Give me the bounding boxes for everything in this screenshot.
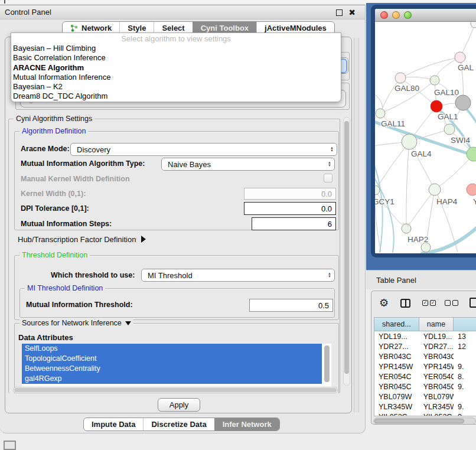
bottom-tab-discretize-data[interactable]: Discretize Data xyxy=(143,418,214,431)
mi-steps-field[interactable]: 6 xyxy=(252,217,336,230)
bottom-tab-impute-data[interactable]: Impute Data xyxy=(84,418,143,431)
float-window-icon[interactable] xyxy=(336,9,343,16)
table-row[interactable]: YBR043CYBR043C xyxy=(374,351,476,361)
close-icon[interactable]: ✖ xyxy=(348,8,356,18)
network-view-window[interactable]: GALGAL80GAL10GAL1GAL11SWI4GAL4GCY1HAP4YH… xyxy=(371,5,476,257)
network-node[interactable] xyxy=(429,184,441,195)
sources-title[interactable]: Sources for Network Inference xyxy=(19,319,133,327)
network-edge xyxy=(435,154,474,190)
network-node[interactable] xyxy=(455,95,471,110)
network-node[interactable] xyxy=(467,184,476,195)
table-row[interactable]: YBR045CYBR045C9. xyxy=(374,381,476,392)
hub-definition-expander[interactable]: Hub/Transcription Factor Definition xyxy=(18,234,146,244)
control-panel-title: Control Panel xyxy=(5,8,51,17)
dpi-tolerance-field[interactable]: 0.0 xyxy=(244,202,336,215)
kernel-width-label: Kernel Width (0,1): xyxy=(21,190,86,198)
network-node[interactable] xyxy=(402,224,411,233)
algorithm-option[interactable]: Dream8 DC_TDC Algorithm xyxy=(11,92,341,101)
network-node-label: HAP2 xyxy=(407,235,428,244)
table-cell: YIL052C xyxy=(419,413,454,417)
table-row[interactable]: YLR345WYLR345W9. xyxy=(374,402,476,412)
settings-scrollbar-thumb[interactable] xyxy=(344,121,349,374)
mi-threshold-field[interactable]: 0.5 xyxy=(249,299,333,312)
bottom-tab-infer-network[interactable]: Infer Network xyxy=(214,418,279,431)
table-column-header[interactable]: name xyxy=(419,318,454,331)
network-node[interactable] xyxy=(395,73,406,83)
mi-type-combobox[interactable]: Naive Bayes ▲▼ xyxy=(161,158,335,171)
table-cell: YBL079W xyxy=(419,393,454,401)
algorithm-definition-title: Algorithm Definition xyxy=(19,127,88,135)
close-traffic-light[interactable] xyxy=(380,11,388,19)
hub-definition-label: Hub/Transcription Factor Definition xyxy=(18,235,136,244)
network-edge xyxy=(400,57,460,78)
network-node[interactable] xyxy=(455,52,465,63)
network-node[interactable] xyxy=(431,100,442,112)
table-horizontal-scrollbar-thumb[interactable] xyxy=(374,419,464,423)
which-threshold-combobox[interactable]: MI Threshold ▲▼ xyxy=(141,269,335,282)
control-panel-titlebar[interactable]: Control Panel ✖ xyxy=(0,5,365,19)
data-attribute-item[interactable]: TopologicalCoefficient xyxy=(22,354,322,364)
table-rows: YDL19...YDL19...13YDR27...YDR27...12YBR0… xyxy=(374,331,476,416)
algorithm-option[interactable]: ARACNE Algorithm xyxy=(11,63,341,73)
algorithm-option[interactable]: Bayesian – K2 xyxy=(11,82,341,92)
node-table: shared...name YDL19...YDL19...13YDR27...… xyxy=(374,317,476,416)
show-unchecked-icon[interactable] xyxy=(445,300,458,306)
network-node[interactable] xyxy=(471,22,476,28)
table-row[interactable]: YPR145WYPR145W9. xyxy=(374,361,476,371)
aracne-mode-combobox[interactable]: Discovery ▲▼ xyxy=(70,143,337,156)
network-graph: GALGAL80GAL10GAL1GAL11SWI4GAL4GCY1HAP4YH… xyxy=(375,22,476,253)
top-tick xyxy=(4,0,5,4)
network-node[interactable] xyxy=(444,124,455,135)
algorithm-popup-list: Bayesian – Hill ClimbingBasic Correlatio… xyxy=(11,44,341,102)
zoom-traffic-light[interactable] xyxy=(404,11,412,19)
apply-button[interactable]: Apply xyxy=(158,398,200,412)
data-attribute-item[interactable]: gal4RGexp xyxy=(22,374,322,384)
network-edge xyxy=(375,190,406,229)
algorithm-popup-placeholder: Select algorithm to view settings xyxy=(11,34,341,44)
network-node[interactable] xyxy=(467,147,476,161)
data-attribute-item[interactable]: SelfLoops xyxy=(22,344,322,354)
table-cell: 13 xyxy=(454,332,476,341)
table-row[interactable]: YDL19...YDL19...13 xyxy=(374,331,476,341)
table-panel-titlebar[interactable]: Table Panel xyxy=(366,270,476,289)
table-row[interactable]: YBL079WYBL079W xyxy=(374,392,476,402)
table-cell: YBR045C xyxy=(374,383,419,391)
manual-kernel-checkbox[interactable] xyxy=(324,174,332,182)
horizontal-scrollbar[interactable] xyxy=(13,387,338,393)
algorithm-option[interactable]: Basic Correlation Inference xyxy=(11,53,341,63)
horizontal-scrollbar-thumb[interactable] xyxy=(14,388,337,392)
table-cell: YBR043C xyxy=(374,353,419,361)
minimize-traffic-light[interactable] xyxy=(392,11,400,19)
algorithm-option[interactable]: Bayesian – Hill Climbing xyxy=(11,44,341,53)
network-node[interactable] xyxy=(376,109,385,118)
panel-scrollbar-track[interactable] xyxy=(354,38,359,412)
which-threshold-label: Which threshold to use: xyxy=(51,271,135,279)
table-column-header[interactable] xyxy=(454,318,476,331)
new-column-icon[interactable] xyxy=(470,298,476,308)
network-node-label: GAL11 xyxy=(381,119,405,128)
table-cell: YDR27... xyxy=(374,343,419,351)
algorithm-option[interactable]: Mutual Information Inference xyxy=(11,73,341,82)
list-scrollbar-thumb[interactable] xyxy=(324,345,330,382)
network-window-titlebar[interactable] xyxy=(375,9,476,22)
table-row[interactable]: YDR27...YDR27...12 xyxy=(374,341,476,351)
network-canvas[interactable]: GALGAL80GAL10GAL1GAL11SWI4GAL4GCY1HAP4YH… xyxy=(375,22,476,253)
right-area: GALGAL80GAL10GAL1GAL11SWI4GAL4GCY1HAP4YH… xyxy=(366,0,476,450)
network-node[interactable] xyxy=(421,243,431,252)
network-node-label: GAL80 xyxy=(395,84,419,93)
settings-scrollbar-track[interactable] xyxy=(343,117,350,386)
gear-icon[interactable]: ⚙ xyxy=(379,297,389,309)
table-row[interactable]: YER054CYER054C8. xyxy=(374,371,476,381)
table-horizontal-scrollbar[interactable] xyxy=(373,418,476,425)
network-node[interactable] xyxy=(402,134,417,149)
data-attribute-item[interactable]: BetweennessCentrality xyxy=(22,364,322,374)
algorithm-definition-group: Algorithm Definition Aracne Mode: Discov… xyxy=(14,131,339,230)
threshold-definition-group: Threshold Definition Which threshold to … xyxy=(14,255,339,320)
show-checked-icon[interactable]: ✓✓ xyxy=(422,300,436,306)
table-column-header[interactable]: shared... xyxy=(374,318,419,331)
kernel-width-field[interactable]: 0.0 xyxy=(244,188,336,200)
split-view-icon[interactable] xyxy=(400,299,410,308)
network-node[interactable] xyxy=(430,76,439,85)
minimized-panel-icon[interactable] xyxy=(4,441,16,450)
table-row[interactable]: YIL052CYIL052C9 xyxy=(374,412,476,416)
